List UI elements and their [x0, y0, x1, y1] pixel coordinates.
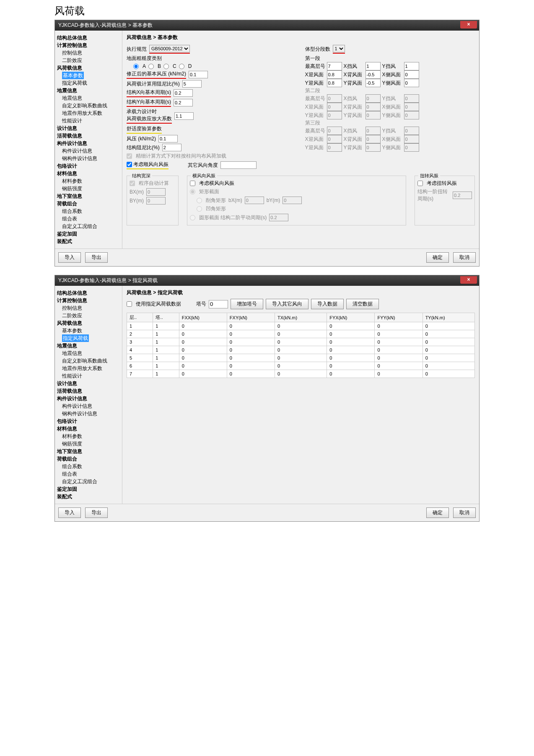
tree-item[interactable]: 材料信息 [57, 170, 120, 177]
clear-data-button[interactable]: 清空数据 [346, 299, 379, 309]
comfort-damp-input[interactable] [162, 144, 181, 151]
tree-item[interactable]: 结构总体信息 [57, 289, 120, 297]
tree-item[interactable]: 性能设计 [57, 117, 120, 124]
comfort-wp-input[interactable] [158, 135, 178, 142]
basic-wp-input[interactable] [189, 71, 208, 78]
damp-input[interactable] [182, 80, 202, 88]
tree-item[interactable]: 地下室信息 [57, 192, 120, 200]
import-data-button[interactable]: 导入数据 [311, 299, 344, 309]
tree-item[interactable]: 二阶效应 [57, 57, 120, 64]
table-row[interactable]: 51000000 [127, 354, 475, 362]
table-row[interactable]: 41000000 [127, 346, 475, 354]
tree-item[interactable]: 设计信息 [57, 380, 120, 387]
tree-item[interactable]: 活荷载信息 [57, 132, 120, 140]
tree-item[interactable]: 活荷载信息 [57, 387, 120, 395]
tree-item[interactable]: 钢筋强度 [57, 440, 120, 448]
terrain-c[interactable] [163, 64, 169, 69]
tree-item[interactable]: 地下室信息 [57, 448, 120, 455]
tree-item[interactable]: 风荷载信息 [57, 64, 120, 72]
tree-item[interactable]: 自定义工况组合 [57, 223, 120, 230]
nav-tree[interactable]: 结构总体信息计算控制信息控制信息二阶效应风荷载信息基本参数指定风荷载地震信息地震… [55, 31, 122, 249]
tree-item[interactable]: 包络设计 [57, 417, 120, 425]
torsion-check[interactable] [417, 181, 423, 186]
tree-item[interactable]: 装配式 [57, 493, 120, 500]
cancel-button[interactable]: 取消 [453, 507, 476, 518]
import-button[interactable]: 导入 [58, 507, 81, 518]
tower-input[interactable] [209, 300, 228, 308]
tree-item[interactable]: 包络设计 [57, 162, 120, 170]
cross-check[interactable] [190, 181, 195, 186]
tree-item[interactable]: 设计信息 [57, 124, 120, 132]
tree-item[interactable]: 材料参数 [57, 177, 120, 185]
import-button[interactable]: 导入 [58, 252, 81, 263]
tree-item[interactable]: 指定风荷载 [57, 79, 120, 87]
add-tower-button[interactable]: 增加塔号 [231, 299, 263, 309]
periodx-input[interactable] [174, 89, 193, 97]
tree-item[interactable]: 二阶效应 [57, 312, 120, 319]
exec-std-select[interactable]: GB50009-2012 [149, 45, 190, 52]
periody-input[interactable] [174, 99, 193, 106]
tree-item[interactable]: 钢构件设计信息 [57, 155, 120, 162]
tree-item[interactable]: 地震信息 [57, 350, 120, 357]
data-table[interactable]: 层..塔..FXX(kN)FXY(kN)TX(kN.m)FYX(kN)FYY(k… [127, 313, 475, 378]
tree-item[interactable]: 鉴定加固 [57, 230, 120, 238]
export-button[interactable]: 导出 [85, 252, 108, 263]
tree-item[interactable]: 基本参数 [57, 72, 120, 79]
use-check[interactable] [127, 301, 132, 307]
tree-item[interactable]: 材料参数 [57, 432, 120, 440]
ok-button[interactable]: 确定 [426, 252, 449, 263]
table-row[interactable]: 11000000 [127, 322, 475, 330]
tree-item[interactable]: 地震信息 [57, 342, 120, 350]
tree-item[interactable]: 地震作用放大系数 [57, 365, 120, 372]
tree-item[interactable]: 控制信息 [57, 304, 120, 312]
close-button[interactable]: × [460, 276, 477, 284]
tree-item[interactable]: 指定风荷载 [57, 334, 120, 342]
table-row[interactable]: 61000000 [127, 362, 475, 370]
tree-item[interactable]: 荷载组合 [57, 200, 120, 207]
along-check[interactable] [127, 162, 132, 167]
export-button[interactable]: 导出 [85, 507, 108, 518]
seg-top[interactable] [327, 62, 342, 70]
tree-item[interactable]: 控制信息 [57, 49, 120, 57]
tree-item[interactable]: 自定义工况组合 [57, 478, 120, 485]
tree-item[interactable]: 钢构件设计信息 [57, 410, 120, 417]
tree-item[interactable]: 性能设计 [57, 372, 120, 380]
tree-item[interactable]: 鉴定加固 [57, 485, 120, 493]
tree-item[interactable]: 自定义影响系数曲线 [57, 357, 120, 365]
tree-item[interactable]: 装配式 [57, 238, 120, 245]
table-row[interactable]: 71000000 [127, 370, 475, 378]
tree-item[interactable]: 材料信息 [57, 425, 120, 432]
table-row[interactable]: 31000000 [127, 338, 475, 346]
tree-item[interactable]: 计算控制信息 [57, 41, 120, 49]
ok-button[interactable]: 确定 [426, 507, 449, 518]
tree-item[interactable]: 钢筋强度 [57, 185, 120, 192]
other-angle-input[interactable] [220, 161, 257, 169]
tree-item[interactable]: 组合表 [57, 470, 120, 478]
terrain-d[interactable] [179, 64, 184, 69]
tree-item[interactable]: 地震作用放大系数 [57, 109, 120, 117]
tree-item[interactable]: 组合系数 [57, 207, 120, 215]
tree-item[interactable]: 地震信息 [57, 94, 120, 102]
terrain-b[interactable] [148, 64, 154, 69]
tree-item[interactable]: 风荷载信息 [57, 319, 120, 327]
tree-item[interactable]: 构件设计信息 [57, 140, 120, 147]
tree-item[interactable]: 组合系数 [57, 463, 120, 470]
tree-item[interactable]: 结构总体信息 [57, 34, 120, 41]
body-seg-select[interactable]: 1 [333, 45, 345, 52]
tree-item[interactable]: 构件设计信息 [57, 395, 120, 402]
terrain-a[interactable] [133, 64, 139, 69]
tree-item[interactable]: 计算控制信息 [57, 297, 120, 304]
table-row[interactable]: 21000000 [127, 330, 475, 338]
close-button[interactable]: × [460, 21, 477, 28]
nav-tree[interactable]: 结构总体信息计算控制信息控制信息二阶效应风荷载信息基本参数指定风荷载地震信息地震… [55, 286, 122, 504]
tree-item[interactable]: 构件设计信息 [57, 402, 120, 410]
cancel-button[interactable]: 取消 [453, 252, 476, 263]
bear-input[interactable] [174, 112, 194, 120]
tree-item[interactable]: 基本参数 [57, 327, 120, 334]
tree-item[interactable]: 地震信息 [57, 87, 120, 94]
import-other-button[interactable]: 导入其它风向 [266, 299, 308, 309]
tree-item[interactable]: 组合表 [57, 215, 120, 223]
tree-item[interactable]: 构件设计信息 [57, 147, 120, 155]
tree-item[interactable]: 自定义影响系数曲线 [57, 102, 120, 109]
tree-item[interactable]: 荷载组合 [57, 455, 120, 463]
